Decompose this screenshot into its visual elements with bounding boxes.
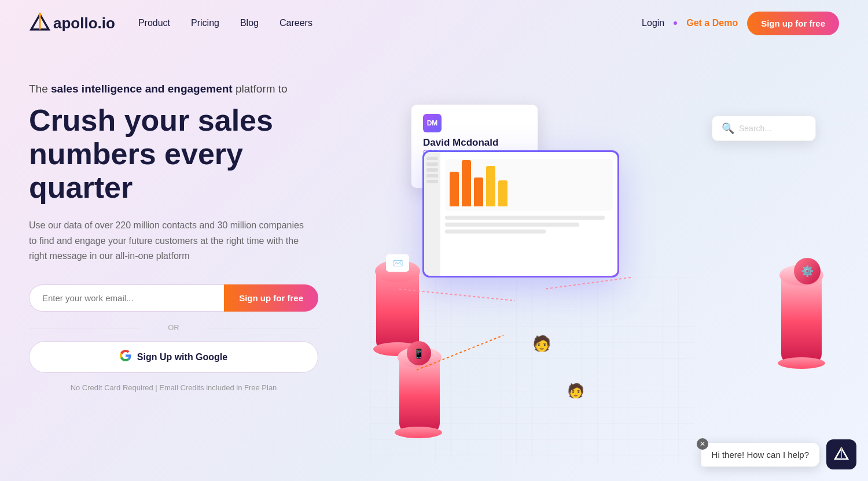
email-cylinder-body — [376, 272, 419, 353]
figure-standing: 🧑 — [567, 383, 584, 399]
phone-cylinder-icon: 📱 — [407, 341, 431, 365]
no-cc-text: No Credit Card Required | Email Credits … — [29, 383, 318, 392]
google-button-label: Sign Up with Google — [137, 352, 227, 362]
hero-illustration: DM David Mcdonald CEO Phone Email 🔍 Sear… — [341, 58, 839, 474]
phone-cylinder-base — [395, 427, 442, 438]
email-form: Sign up for free — [29, 284, 318, 312]
bar-3 — [474, 177, 483, 206]
nav-blog[interactable]: Blog — [240, 18, 259, 28]
login-link[interactable]: Login — [642, 18, 664, 28]
monitor-sidebar — [424, 152, 440, 276]
text-line-1 — [445, 216, 605, 220]
chat-widget: ✕ Hi there! How can I help? — [701, 439, 856, 469]
bar-4 — [486, 166, 495, 206]
chat-bubble: ✕ Hi there! How can I help? — [701, 443, 819, 467]
chat-message-text: Hi there! How can I help? — [712, 450, 809, 460]
nav-separator — [674, 21, 677, 25]
monitor-text-lines — [445, 216, 613, 234]
bar-5 — [498, 180, 507, 206]
contact-avatar: DM — [423, 114, 442, 132]
text-line-2 — [445, 223, 579, 227]
monitor-content — [440, 152, 617, 276]
nav-careers[interactable]: Careers — [279, 18, 312, 28]
or-divider: OR — [29, 323, 318, 332]
svg-point-2 — [39, 13, 42, 16]
chat-close-button[interactable]: ✕ — [697, 438, 708, 450]
email-cylinder-icon: ✉️ — [386, 254, 409, 272]
sidebar-line-4 — [426, 174, 438, 177]
settings-cylinder-base — [778, 357, 825, 369]
logo-icon — [29, 12, 51, 34]
nav-pricing[interactable]: Pricing — [191, 18, 219, 28]
search-placeholder-text: Search... — [739, 124, 771, 133]
google-signup-button[interactable]: Sign Up with Google — [29, 341, 318, 373]
chat-avatar-button[interactable] — [826, 439, 856, 469]
demo-link[interactable]: Get a Demo — [686, 18, 738, 28]
figure-pointing: 🧑 — [532, 335, 551, 353]
hero-subtitle: The sales intelligence and engagement pl… — [29, 81, 353, 98]
sidebar-line-2 — [426, 162, 438, 166]
hero-title: Crush your sales numbers every quarter — [29, 103, 353, 205]
logo[interactable]: apollo.io — [29, 12, 115, 34]
text-line-3 — [445, 230, 546, 234]
hero-description: Use our data of over 220 million contact… — [29, 218, 307, 264]
hero-left: The sales intelligence and engagement pl… — [29, 58, 353, 392]
google-icon — [120, 350, 131, 364]
signup-hero-button[interactable]: Sign up for free — [224, 284, 318, 312]
phone-cylinder-body — [399, 358, 440, 434]
sidebar-line-1 — [426, 157, 438, 160]
contact-name: David Mcdonald — [423, 137, 526, 149]
hero-section: The sales intelligence and engagement pl… — [0, 46, 868, 474]
search-icon: 🔍 — [722, 122, 734, 135]
bar-1 — [450, 172, 459, 206]
signup-nav-button[interactable]: Sign up for free — [747, 12, 839, 35]
svg-point-9 — [841, 447, 843, 449]
monitor-screen — [424, 152, 617, 276]
navigation: apollo.io Product Pricing Blog Careers L… — [0, 0, 868, 46]
settings-cylinder-body — [781, 278, 822, 364]
settings-cylinder-icon: ⚙️ — [794, 258, 821, 284]
nav-product[interactable]: Product — [138, 18, 170, 28]
monitor — [422, 150, 619, 278]
brand-name: apollo.io — [53, 14, 115, 32]
email-input[interactable] — [29, 284, 224, 312]
sidebar-line-5 — [426, 180, 438, 183]
bar-2 — [462, 160, 471, 206]
bar-chart — [445, 159, 613, 211]
hero-subtitle-bold: sales intelligence and engagement — [51, 83, 233, 95]
sidebar-line-3 — [426, 168, 438, 172]
search-box: 🔍 Search... — [712, 116, 816, 141]
